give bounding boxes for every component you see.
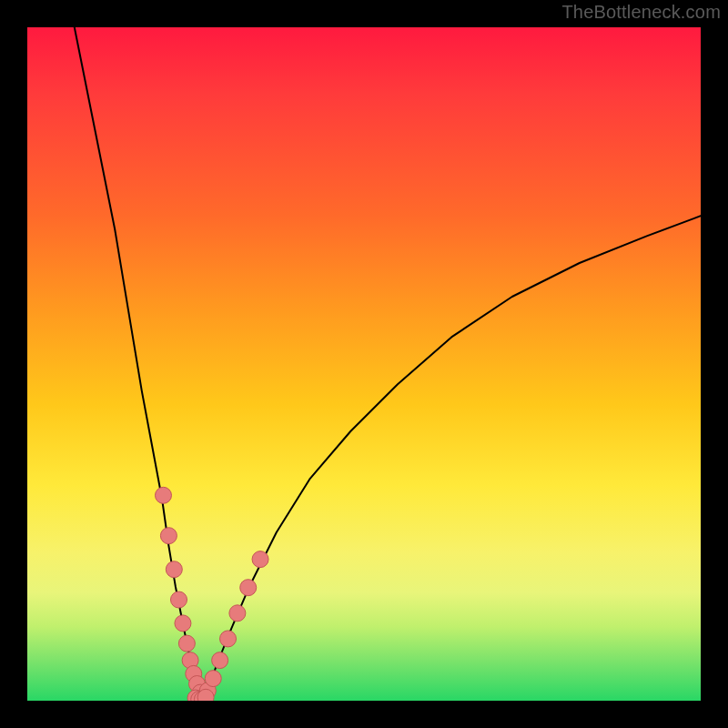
marker-right <box>205 671 221 687</box>
curve <box>202 216 701 701</box>
marker-right <box>240 580 257 596</box>
marker-left <box>160 528 177 544</box>
marker-right <box>212 652 228 669</box>
marker-right <box>252 551 268 568</box>
chart-frame: TheBottleneck.com <box>0 0 728 728</box>
watermark-text: TheBottleneck.com <box>561 2 721 23</box>
plot-area <box>27 27 701 701</box>
marker-left <box>166 561 182 578</box>
marker-right <box>229 605 246 622</box>
marker-left <box>155 487 171 503</box>
marker-bottom <box>197 689 214 701</box>
marker-right <box>220 631 237 647</box>
marker-left <box>175 615 191 632</box>
marker-left <box>178 635 195 652</box>
chart-svg <box>27 27 701 701</box>
marker-left <box>171 592 187 608</box>
